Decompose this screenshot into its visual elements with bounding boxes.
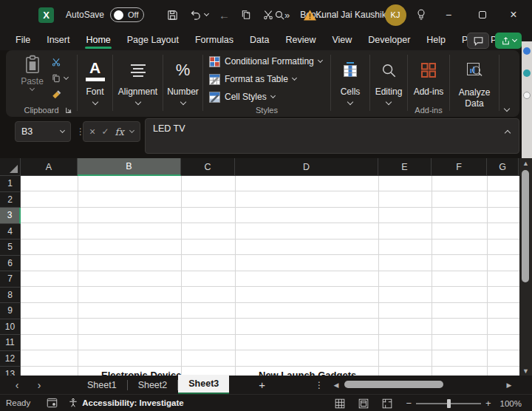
scroll-up-icon[interactable]: ▲ (519, 160, 532, 167)
tab-developer[interactable]: Developer (360, 30, 418, 50)
column-header-d[interactable]: D (235, 158, 378, 176)
copy-icon[interactable] (240, 9, 252, 21)
vertical-scrollbar[interactable]: ▲ ▼ (519, 158, 532, 376)
sidebar-addin-dot-blue[interactable] (523, 47, 531, 55)
tab-page-layout[interactable]: Page Layout (119, 30, 187, 50)
share-dropdown-icon[interactable] (511, 37, 516, 42)
name-box[interactable]: B3 (15, 121, 71, 142)
column-header-g[interactable]: G (487, 158, 519, 176)
cell-styles-button[interactable]: Cell Styles (203, 88, 275, 106)
undo-dropdown-icon[interactable] (204, 11, 209, 16)
tab-home[interactable]: Home (78, 30, 118, 50)
zoom-level[interactable]: 100% (500, 399, 522, 408)
sheet-tab-sheet3[interactable]: Sheet3 (178, 375, 229, 394)
sheet-next-icon[interactable]: › (28, 379, 50, 391)
minimize-button[interactable]: − (437, 0, 460, 30)
hscroll-track[interactable] (341, 376, 504, 394)
tab-formulas[interactable]: Formulas (187, 30, 242, 50)
row-header-2[interactable]: 2 (0, 192, 21, 208)
conditional-formatting-button[interactable]: Conditional Formatting (203, 52, 322, 70)
select-all-corner[interactable] (0, 158, 21, 176)
format-painter-button[interactable] (51, 89, 68, 101)
close-button[interactable]: × (502, 0, 525, 30)
cells-group-button[interactable]: Cells (331, 50, 369, 117)
column-header-a[interactable]: A (21, 158, 78, 176)
column-header-c[interactable]: C (181, 158, 235, 176)
zoom-slider[interactable] (416, 403, 481, 404)
row-header-11[interactable]: 11 (0, 335, 21, 351)
font-group-button[interactable]: A Font (78, 50, 112, 117)
sidebar-addin-dot-outline[interactable] (523, 92, 531, 99)
format-as-table-button[interactable]: Format as Table (203, 70, 296, 88)
sheet-prev-icon[interactable]: ‹ (6, 379, 28, 391)
row-header-1[interactable]: 1 (0, 176, 21, 192)
column-header-f[interactable]: F (432, 158, 487, 176)
page-layout-view-icon[interactable] (358, 398, 369, 409)
accessibility-status[interactable]: Accessibility: Investigate (68, 398, 183, 408)
sheet-options-icon[interactable]: ⋮ (315, 380, 324, 390)
analyze-data-button[interactable]: AnalyzeData (450, 50, 499, 117)
paste-button[interactable]: Paste (16, 55, 50, 101)
autosave-toggle[interactable]: Off (110, 7, 144, 22)
sidebar-addin-dot-teal[interactable] (523, 69, 531, 77)
row-header-10[interactable]: 10 (0, 319, 21, 336)
maximize-button[interactable] (471, 0, 494, 30)
horizontal-scrollbar[interactable]: ◀ ▶ (331, 376, 514, 394)
clipboard-dialog-launcher[interactable] (65, 106, 72, 114)
hscroll-left-icon[interactable]: ◀ (331, 381, 341, 389)
insert-function-icon[interactable]: fx (115, 126, 124, 137)
cell-b2[interactable]: Electronic Device (101, 367, 181, 376)
row-header-8[interactable]: 8 (0, 288, 21, 304)
enter-icon[interactable]: ✓ (101, 126, 109, 137)
alignment-group-button[interactable]: Alignment (113, 50, 163, 117)
search-icon[interactable] (267, 0, 291, 30)
user-name[interactable]: Kunal Jai Kaushik (321, 0, 381, 30)
comments-button[interactable] (467, 33, 489, 49)
row-header-12[interactable]: 12 (0, 351, 21, 367)
worksheet-cells[interactable]: Electronic Device New Launch Gadgets One… (21, 176, 519, 376)
new-sheet-button[interactable]: + (259, 378, 265, 391)
row-header-13[interactable]: 13 (0, 367, 21, 376)
hscroll-thumb[interactable] (344, 381, 443, 388)
vertical-scroll-thumb[interactable] (522, 170, 529, 282)
excel-app-icon[interactable]: X (38, 7, 54, 23)
sheet-tab-sheet1[interactable]: Sheet1 (77, 376, 127, 394)
tab-data[interactable]: Data (242, 30, 277, 50)
tab-insert[interactable]: Insert (38, 30, 78, 50)
lightbulb-icon[interactable] (411, 0, 432, 30)
tab-help[interactable]: Help (418, 30, 454, 50)
scroll-down-icon[interactable]: ▼ (519, 367, 532, 375)
cancel-icon[interactable]: × (89, 126, 95, 137)
row-header-4[interactable]: 4 (0, 224, 21, 240)
sheet-tab-sheet2[interactable]: Sheet2 (128, 376, 178, 394)
zoom-slider-thumb[interactable] (447, 399, 451, 408)
row-header-5[interactable]: 5 (0, 240, 21, 256)
zoom-in-button[interactable]: + (485, 398, 491, 409)
hscroll-right-icon[interactable]: ▶ (504, 381, 514, 389)
zoom-out-button[interactable]: − (406, 398, 412, 409)
save-icon[interactable] (166, 9, 179, 21)
formula-bar[interactable]: LED TV (145, 118, 519, 154)
cut-button[interactable] (51, 56, 68, 68)
avatar[interactable]: KJ (383, 0, 408, 30)
row-header-3[interactable]: 3 (0, 208, 21, 224)
fx-dropdown-icon[interactable] (129, 128, 134, 133)
normal-view-icon[interactable] (335, 398, 345, 409)
share-button[interactable] (495, 33, 522, 49)
column-header-e[interactable]: E (378, 158, 432, 176)
column-header-b[interactable]: B (78, 158, 181, 176)
copy-button[interactable] (51, 72, 68, 84)
row-header-7[interactable]: 7 (0, 271, 21, 288)
macro-record-icon[interactable] (47, 398, 58, 408)
page-break-preview-icon[interactable] (382, 398, 392, 409)
row-header-6[interactable]: 6 (0, 256, 21, 272)
editing-group-button[interactable]: Editing (370, 50, 407, 117)
name-box-dropdown-icon[interactable] (60, 128, 65, 133)
number-group-button[interactable]: % Number (163, 50, 202, 117)
tab-view[interactable]: View (324, 30, 360, 50)
undo-button[interactable] (189, 9, 208, 21)
tab-file[interactable]: File (7, 30, 38, 50)
row-header-9[interactable]: 9 (0, 303, 21, 319)
addins-button[interactable] (420, 55, 437, 86)
collapse-formula-bar-icon[interactable] (505, 130, 511, 136)
